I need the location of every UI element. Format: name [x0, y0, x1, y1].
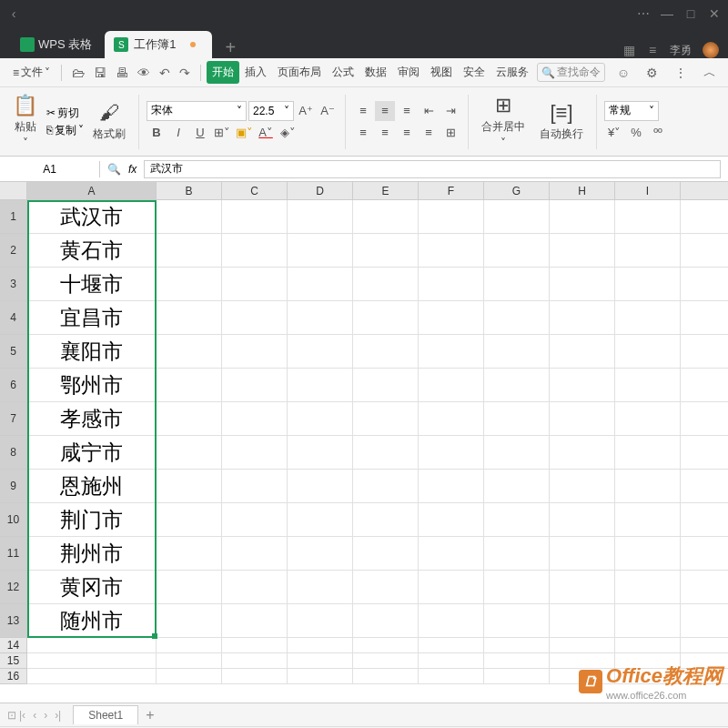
align-bottom-button[interactable]: ≡ [397, 101, 417, 121]
cell[interactable]: 荆门市 [27, 503, 157, 537]
cell[interactable] [288, 402, 353, 436]
cell[interactable]: 黄石市 [27, 234, 157, 268]
number-format-select[interactable]: 常规˅ [604, 101, 659, 121]
cell[interactable] [484, 402, 550, 436]
tab-security[interactable]: 安全 [458, 61, 490, 84]
font-size-select[interactable]: 22.5˅ [248, 101, 294, 121]
more-icon[interactable]: ⋮ [670, 64, 692, 82]
copy-button[interactable]: ⎘ 复制˅ [46, 123, 84, 138]
cell[interactable]: 襄阳市 [27, 335, 157, 369]
cell[interactable] [288, 669, 353, 684]
cell[interactable] [288, 301, 353, 335]
align-left-button[interactable]: ≡ [353, 123, 373, 143]
cell[interactable] [157, 234, 222, 268]
tab-review[interactable]: 审阅 [392, 61, 425, 84]
tab-app[interactable]: WPS 表格 [7, 31, 105, 58]
cell[interactable] [615, 200, 681, 234]
cell[interactable] [353, 436, 419, 470]
cell[interactable] [222, 571, 288, 604]
cell[interactable] [288, 470, 353, 503]
cell[interactable] [353, 653, 419, 669]
minimize-icon[interactable]: — [661, 7, 673, 20]
cell[interactable] [419, 653, 484, 669]
back-icon[interactable]: ‹ [7, 7, 20, 20]
cell[interactable] [288, 653, 353, 669]
cell[interactable] [288, 200, 353, 234]
font-color-button[interactable]: A˅ [256, 123, 276, 143]
new-tab-button[interactable]: + [212, 37, 248, 58]
cell[interactable] [550, 436, 615, 470]
cell[interactable] [157, 335, 222, 369]
open-icon[interactable]: 🗁 [67, 64, 89, 82]
cell[interactable] [288, 638, 353, 653]
sheet-next-button[interactable]: › [41, 709, 50, 722]
tab-layout[interactable]: 页面布局 [272, 61, 327, 84]
cell[interactable] [550, 470, 615, 503]
comma-button[interactable]: ºº [648, 123, 668, 143]
cell[interactable] [157, 537, 222, 571]
cell[interactable] [157, 301, 222, 335]
cell[interactable]: 鄂州市 [27, 369, 157, 402]
cell[interactable] [550, 335, 615, 369]
cell[interactable] [615, 503, 681, 537]
cell[interactable] [288, 335, 353, 369]
align-middle-button[interactable]: ≡ [375, 101, 395, 121]
cell[interactable] [288, 436, 353, 470]
cell[interactable] [288, 571, 353, 604]
cell[interactable] [353, 503, 419, 537]
lock-icon[interactable]: ⊡ [7, 709, 16, 722]
cell[interactable] [550, 503, 615, 537]
cell[interactable] [615, 470, 681, 503]
cell[interactable] [222, 335, 288, 369]
cell[interactable]: 随州市 [27, 604, 157, 638]
add-sheet-button[interactable]: + [138, 707, 161, 723]
cell[interactable]: 荆州市 [27, 537, 157, 571]
cell[interactable] [222, 537, 288, 571]
row-header[interactable]: 1 [0, 200, 27, 234]
tab-start[interactable]: 开始 [207, 61, 239, 84]
cell[interactable] [288, 604, 353, 638]
cell[interactable] [157, 503, 222, 537]
cell[interactable] [484, 369, 550, 402]
cell[interactable] [157, 669, 222, 684]
cell[interactable] [419, 335, 484, 369]
orientation-button[interactable]: ⊞ [440, 123, 460, 143]
indent-left-button[interactable]: ⇤ [419, 101, 439, 121]
tab-data[interactable]: 数据 [359, 61, 392, 84]
cell[interactable] [222, 369, 288, 402]
settings-icon[interactable]: ⚙ [642, 64, 662, 82]
cell[interactable] [353, 402, 419, 436]
decrease-font-button[interactable]: A⁻ [318, 101, 338, 121]
currency-button[interactable]: ¥˅ [604, 123, 624, 143]
cell[interactable]: 武汉市 [27, 200, 157, 234]
cell[interactable] [484, 503, 550, 537]
row-header[interactable]: 13 [0, 604, 27, 638]
align-top-button[interactable]: ≡ [353, 101, 373, 121]
cell[interactable] [288, 503, 353, 537]
row-header[interactable]: 3 [0, 268, 27, 301]
lookup-icon[interactable]: 🔍 [107, 163, 121, 176]
cell[interactable] [419, 234, 484, 268]
cell[interactable] [353, 669, 419, 684]
cell[interactable] [222, 653, 288, 669]
cell[interactable] [353, 268, 419, 301]
cell[interactable] [550, 200, 615, 234]
col-header-h[interactable]: H [550, 182, 615, 199]
cell[interactable] [615, 537, 681, 571]
cell[interactable] [27, 669, 157, 684]
row-header[interactable]: 11 [0, 537, 27, 571]
cell[interactable] [157, 604, 222, 638]
cell[interactable] [419, 369, 484, 402]
col-header-c[interactable]: C [222, 182, 288, 199]
sheet-first-button[interactable]: |‹ [16, 709, 28, 722]
cell[interactable] [484, 653, 550, 669]
cell[interactable] [484, 301, 550, 335]
wrap-text-button[interactable]: [≡] 自动换行 [534, 99, 589, 144]
cell[interactable] [615, 234, 681, 268]
cell[interactable]: 黄冈市 [27, 571, 157, 604]
cell[interactable] [484, 470, 550, 503]
cell[interactable] [157, 470, 222, 503]
user-avatar[interactable] [703, 42, 719, 58]
cell[interactable] [484, 604, 550, 638]
cell[interactable] [550, 571, 615, 604]
